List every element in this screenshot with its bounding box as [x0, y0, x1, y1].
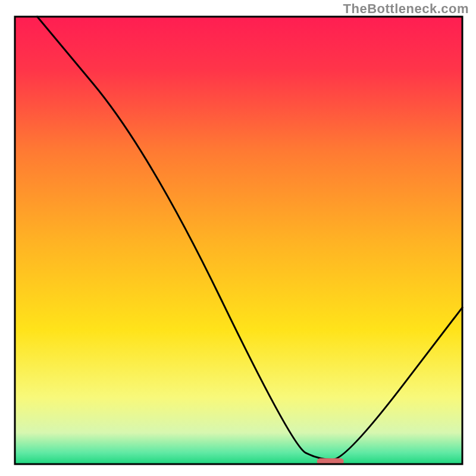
watermark: TheBottleneck.com: [343, 1, 469, 17]
plot-background: [15, 17, 462, 464]
bottleneck-chart: [0, 0, 476, 476]
